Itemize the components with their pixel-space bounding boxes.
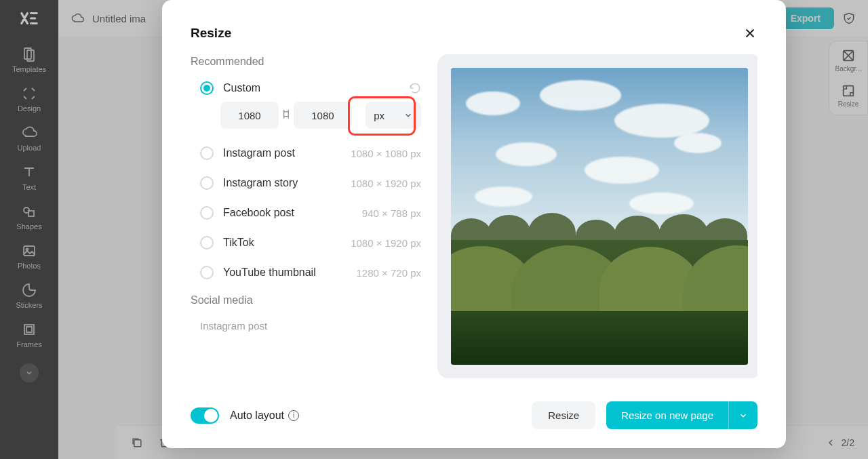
unit-value: px	[374, 110, 384, 121]
lock-aspect-icon[interactable]	[283, 108, 290, 122]
dimension-inputs: px	[191, 102, 421, 129]
modal-footer: Auto layout i Resize Resize on new page	[191, 386, 757, 429]
modal-header: Resize	[191, 26, 757, 41]
unit-select[interactable]: px	[366, 102, 421, 129]
height-input[interactable]	[294, 102, 352, 129]
preset-dim: 1080 × 1920 px	[351, 237, 421, 249]
auto-layout-label: Auto layout i	[230, 410, 299, 422]
preset-dim: 940 × 788 px	[362, 207, 421, 219]
options-column: Recommended Custom px	[191, 54, 421, 386]
width-input[interactable]	[220, 102, 279, 129]
preset-dim: 1080 × 1080 px	[351, 148, 421, 159]
resize-button[interactable]: Resize	[532, 401, 595, 429]
preset-label: YouTube thumbnail	[223, 266, 347, 279]
preset-label: Facebook post	[223, 207, 353, 219]
preset-dim: 1280 × 720 px	[356, 267, 421, 279]
auto-layout-toggle[interactable]	[191, 407, 219, 424]
preset-label: Instagram post	[223, 147, 341, 159]
social-item[interactable]: Instagram post	[191, 316, 421, 332]
preset-facebook-post[interactable]: Facebook post 940 × 788 px	[191, 198, 421, 228]
resize-new-page-group: Resize on new page	[606, 401, 757, 429]
preset-dim: 1080 × 1920 px	[351, 178, 421, 189]
resize-new-page-button[interactable]: Resize on new page	[606, 401, 728, 429]
preset-instagram-post[interactable]: Instagram post 1080 × 1080 px	[191, 138, 421, 168]
radio[interactable]	[200, 206, 214, 220]
preview-image	[451, 68, 748, 365]
preset-tiktok[interactable]: TikTok 1080 × 1920 px	[191, 228, 421, 258]
radio[interactable]	[200, 236, 214, 250]
preset-youtube-thumbnail[interactable]: YouTube thumbnail 1280 × 720 px	[191, 258, 421, 287]
chevron-down-icon	[403, 111, 413, 120]
resize-new-page-caret[interactable]	[728, 401, 757, 429]
preset-label: Instagram story	[223, 177, 341, 189]
modal-title: Resize	[191, 26, 231, 41]
section-recommended: Recommended	[191, 56, 421, 68]
option-custom[interactable]: Custom	[191, 77, 421, 102]
close-button[interactable]	[743, 26, 757, 41]
radio-custom[interactable]	[200, 81, 214, 95]
section-social: Social media	[191, 294, 421, 306]
preview-column	[437, 54, 757, 386]
modal-body: Recommended Custom px	[191, 54, 757, 386]
preset-label: TikTok	[223, 237, 341, 249]
custom-label: Custom	[223, 82, 260, 94]
preview-box	[437, 54, 757, 378]
radio[interactable]	[200, 266, 214, 279]
radio[interactable]	[200, 146, 214, 160]
radio[interactable]	[200, 176, 214, 190]
reset-icon[interactable]	[409, 82, 421, 94]
info-icon[interactable]: i	[288, 410, 299, 421]
resize-modal: Resize Recommended Custom px	[162, 0, 786, 448]
preset-instagram-story[interactable]: Instagram story 1080 × 1920 px	[191, 168, 421, 198]
